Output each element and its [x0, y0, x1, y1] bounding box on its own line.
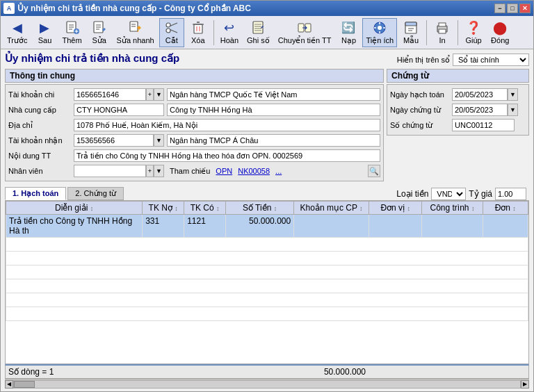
ngay-hach-toan-dropdown-btn[interactable]: ▼ [508, 88, 518, 101]
dia-chi-row: Địa chỉ [8, 118, 380, 132]
cell-don-vi [369, 215, 422, 238]
xoa-label: Xóa [191, 36, 205, 44]
svg-point-15 [166, 23, 170, 27]
ngan-hang-nhan-input[interactable] [167, 134, 380, 147]
scroll-right-btn[interactable]: ▶ [521, 380, 529, 389]
sua-nhanh-button[interactable]: Sửa nhanh [113, 18, 158, 47]
table-row[interactable]: Trả tiền cho Công ty TNHH Hồng Hà th 331… [6, 215, 528, 238]
truoc-label: Trước [7, 36, 27, 45]
so-dong-label: Số dòng = 1 [8, 367, 54, 377]
col-header-don-vi: Đơn vị ↕ [369, 202, 422, 215]
nha-cung-cap-name-input[interactable] [167, 104, 380, 116]
cat-button[interactable]: Cắt [159, 18, 184, 47]
tab-hach-toan[interactable]: 1. Hạch toán [5, 187, 66, 200]
ty-gia-input[interactable] [495, 188, 526, 200]
col-header-dien-giai: Diễn giải ↕ [6, 202, 143, 215]
cat-label: Cắt [165, 36, 178, 45]
tab-chung-tu[interactable]: 2. Chứng từ [67, 187, 124, 200]
tham-chieu-link2[interactable]: NK00058 [238, 167, 270, 175]
tham-chieu-link3[interactable]: ... [275, 167, 282, 175]
tai-khoan-chi-label: Tài khoản chi [8, 90, 71, 99]
svg-line-17 [170, 23, 177, 26]
magnify-button[interactable]: 🔍 [368, 165, 380, 177]
ngay-hach-toan-input[interactable] [452, 88, 508, 101]
so-chung-tu-input[interactable] [452, 119, 515, 131]
tien-ich-button[interactable]: Tiện ích [362, 18, 397, 47]
two-col-layout: Thông tin chung Tài khoản chi + ▼ [5, 69, 529, 183]
minimize-button[interactable]: − [494, 3, 505, 13]
toolbar-separator-2 [426, 20, 427, 45]
xoa-button[interactable]: Xóa [186, 18, 211, 47]
title-bar: A Ủy nhiệm chi trả tiền nhà cung cấp - C… [1, 1, 533, 16]
dia-chi-input[interactable] [74, 119, 380, 131]
close-button[interactable]: ✕ [519, 3, 531, 13]
tai-khoan-chi-input[interactable] [74, 88, 146, 101]
ngay-chung-tu-dropdown-btn[interactable]: ▼ [508, 104, 518, 116]
loai-tien-select[interactable]: VND [431, 188, 466, 200]
sort-icon-khoan-muc-cp: ↕ [359, 205, 363, 212]
scroll-thumb[interactable] [14, 381, 35, 388]
svg-line-18 [170, 29, 177, 33]
page-title: Ủy nhiệm chi trả tiền nhà cung cấp [5, 52, 179, 65]
tham-chieu-link1[interactable]: OPN [216, 167, 232, 175]
sua-button[interactable]: Sửa [87, 18, 112, 47]
nha-cung-cap-label: Nhà cung cấp [8, 106, 71, 115]
toolbar-separator-3 [458, 20, 458, 45]
cell-dien-giai: Trả tiền cho Công ty TNHH Hồng Hà th [6, 215, 143, 238]
nhan-vien-dropdown-btn[interactable]: ▼ [154, 165, 164, 177]
bottom-scrollbar[interactable]: ◀ ▶ [5, 379, 529, 389]
noi-dung-tt-input[interactable] [74, 149, 380, 162]
col-header-tk-no: TK Nợ ↕ [143, 202, 184, 215]
dong-button[interactable]: ⬤ Đóng [487, 18, 512, 47]
giup-button[interactable]: ❓ Giúp [461, 18, 486, 47]
cell-tk-co: 1121 [184, 215, 226, 238]
loai-tien-row: Loại tiền VND Tỷ giá [396, 188, 526, 200]
nap-label: Nạp [341, 36, 356, 45]
truoc-button[interactable]: ◀ Trước [3, 18, 31, 47]
hoan-button[interactable]: ↩ Hoàn [217, 18, 242, 47]
chuyen-tien-tt-button[interactable]: Chuyển tiền TT [275, 18, 335, 47]
table-row-empty-3 [6, 266, 528, 279]
cell-khoan-muc-cp [294, 215, 369, 238]
scroll-left-btn[interactable]: ◀ [5, 380, 13, 389]
tien-ich-label: Tiện ích [366, 36, 394, 45]
ngay-hach-toan-input-group: ▼ [452, 88, 518, 101]
app-icon: A [3, 3, 15, 14]
data-table: Diễn giải ↕ TK Nợ ↕ TK Có ↕ Số Tiền [6, 201, 528, 321]
hien-thi-select[interactable]: Sổ tài chính [453, 54, 529, 66]
ngay-chung-tu-input-group: ▼ [452, 104, 518, 116]
tai-khoan-chi-dropdown-btn[interactable]: ▼ [154, 88, 164, 101]
ngay-chung-tu-row: Ngày chứng từ ▼ [390, 103, 526, 117]
them-button[interactable]: Thêm [58, 18, 85, 47]
ngan-hang-chi-input[interactable] [167, 88, 380, 101]
nap-button[interactable]: 🔄 Nạp [336, 18, 361, 47]
sua-nhanh-label: Sửa nhanh [117, 36, 154, 45]
footer-row: Số dòng = 1 50.000.000 [5, 364, 529, 379]
nha-cung-cap-code-input[interactable] [74, 104, 164, 116]
svg-rect-19 [194, 24, 202, 33]
tham-chieu-label: Tham chiếu [170, 167, 210, 176]
nhan-vien-add-btn[interactable]: + [146, 165, 154, 177]
table-row-empty-6 [6, 307, 528, 321]
nhan-vien-input[interactable] [74, 165, 146, 177]
transfer-icon [297, 20, 312, 35]
scroll-track[interactable] [13, 380, 521, 389]
nhan-vien-input-group: + ▼ [74, 165, 164, 177]
table-row-empty-5 [6, 293, 528, 307]
so-chung-tu-label: Số chứng từ [390, 121, 449, 130]
maximize-button[interactable]: □ [507, 3, 518, 13]
ngay-chung-tu-input[interactable] [452, 104, 508, 116]
tai-khoan-chi-add-btn[interactable]: + [146, 88, 154, 101]
in-label: In [439, 36, 446, 44]
mau-button[interactable]: Mẫu [398, 18, 423, 47]
tai-khoan-nhan-dropdown-btn[interactable]: ▼ [154, 134, 164, 147]
help-icon: ❓ [466, 20, 481, 35]
title-row: Ủy nhiệm chi trả tiền nhà cung cấp Hiển … [5, 52, 529, 67]
dong-label: Đóng [491, 36, 509, 44]
sort-icon-dien-giai: ↕ [90, 205, 94, 212]
refresh-icon: 🔄 [341, 20, 356, 35]
sau-button[interactable]: ▶ Sau [32, 18, 57, 47]
ghi-so-button[interactable]: Ghi số [243, 18, 273, 47]
tai-khoan-nhan-input[interactable] [74, 134, 154, 147]
in-button[interactable]: In [430, 18, 455, 47]
